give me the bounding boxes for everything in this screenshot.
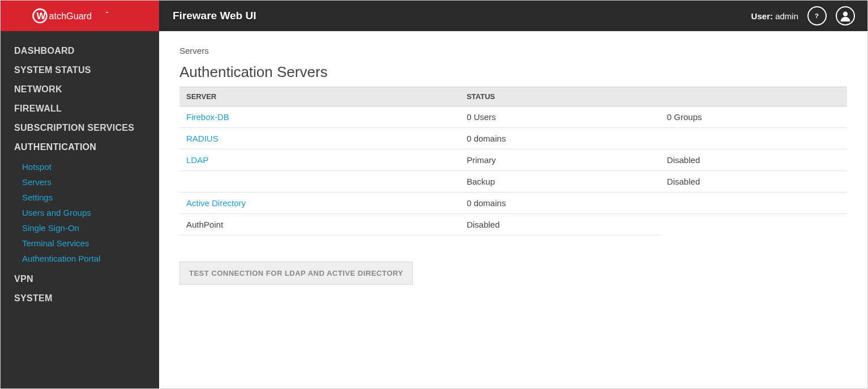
server-link-firebox-db[interactable]: Firebox-DB xyxy=(186,112,229,122)
table-row: Active Directory 0 domains xyxy=(179,193,847,214)
server-link-ldap[interactable]: LDAP xyxy=(186,155,208,165)
table-row: Backup Disabled xyxy=(179,171,847,193)
app-title: Fireware Web UI xyxy=(173,10,256,22)
status-cell: Backup xyxy=(460,171,660,193)
server-link-active-directory[interactable]: Active Directory xyxy=(186,198,246,208)
col-server: SERVER xyxy=(179,87,460,106)
status-cell: Disabled xyxy=(660,171,847,193)
sidebar-subitem-hotspot[interactable]: Hotspot xyxy=(1,159,159,174)
sidebar-subitem-authentication-portal[interactable]: Authentication Portal xyxy=(1,251,159,266)
sidebar-item-firewall[interactable]: FIREWALL xyxy=(1,99,159,118)
sidebar-item-system-status[interactable]: SYSTEM STATUS xyxy=(1,61,159,80)
sidebar: DASHBOARD SYSTEM STATUS NETWORK FIREWALL… xyxy=(1,31,159,388)
svg-point-6 xyxy=(843,12,848,16)
sidebar-subitem-servers[interactable]: Servers xyxy=(1,174,159,190)
table-header-row: SERVER STATUS xyxy=(179,87,847,106)
table-row: Firebox-DB 0 Users 0 Groups xyxy=(179,106,847,128)
table-row: AuthPoint Disabled xyxy=(179,214,847,236)
status-cell: 0 domains xyxy=(460,193,660,214)
table-row: LDAP Primary Disabled xyxy=(179,149,847,171)
server-cell-authpoint: AuthPoint xyxy=(179,214,460,236)
svg-rect-4 xyxy=(106,12,108,12)
status-cell: Disabled xyxy=(460,214,660,236)
page-title: Authentication Servers xyxy=(179,63,847,81)
table-row: RADIUS 0 domains xyxy=(179,128,847,149)
user-menu-button[interactable] xyxy=(836,6,855,25)
top-bar: W atchGuard Fireware Web UI User: admin … xyxy=(1,1,867,31)
user-label: User: xyxy=(751,11,773,21)
sidebar-item-subscription-services[interactable]: SUBSCRIPTION SERVICES xyxy=(1,118,159,138)
status-cell xyxy=(660,128,847,149)
sidebar-subitem-settings[interactable]: Settings xyxy=(1,190,159,205)
sidebar-item-dashboard[interactable]: DASHBOARD xyxy=(1,41,159,61)
user-icon xyxy=(840,10,851,22)
user-block: User: admin ? xyxy=(751,6,867,25)
svg-text:W: W xyxy=(37,11,46,22)
status-cell: Disabled xyxy=(660,149,847,171)
col-status: STATUS xyxy=(460,87,847,106)
user-name: admin xyxy=(775,11,798,21)
status-cell: 0 Groups xyxy=(660,106,847,128)
sidebar-item-authentication[interactable]: AUTHENTICATION xyxy=(1,138,159,157)
user-text: User: admin xyxy=(751,11,798,21)
sidebar-item-network[interactable]: NETWORK xyxy=(1,80,159,99)
sidebar-item-system[interactable]: SYSTEM xyxy=(1,289,159,308)
servers-table: SERVER STATUS Firebox-DB 0 Users 0 Group… xyxy=(179,87,847,236)
svg-text:atchGuard: atchGuard xyxy=(49,11,92,21)
sidebar-subitem-single-sign-on[interactable]: Single Sign-On xyxy=(1,220,159,236)
status-cell: 0 Users xyxy=(460,106,660,128)
status-cell xyxy=(660,193,847,214)
status-cell xyxy=(660,214,847,236)
breadcrumb: Servers xyxy=(179,46,847,55)
server-cell-empty xyxy=(179,171,460,193)
sidebar-item-vpn[interactable]: VPN xyxy=(1,270,159,289)
sidebar-submenu-authentication: Hotspot Servers Settings Users and Group… xyxy=(1,157,159,270)
test-connection-button[interactable]: TEST CONNECTION FOR LDAP AND ACTIVE DIRE… xyxy=(179,262,413,285)
brand-logo: W atchGuard xyxy=(1,1,159,31)
sidebar-subitem-users-and-groups[interactable]: Users and Groups xyxy=(1,205,159,220)
server-link-radius[interactable]: RADIUS xyxy=(186,134,219,143)
help-icon: ? xyxy=(813,11,822,20)
status-cell: 0 domains xyxy=(460,128,660,149)
svg-text:?: ? xyxy=(815,12,819,19)
status-cell: Primary xyxy=(460,149,660,171)
main-content: Servers Authentication Servers SERVER ST… xyxy=(159,31,867,388)
help-button[interactable]: ? xyxy=(807,6,827,25)
sidebar-subitem-terminal-services[interactable]: Terminal Services xyxy=(1,236,159,251)
